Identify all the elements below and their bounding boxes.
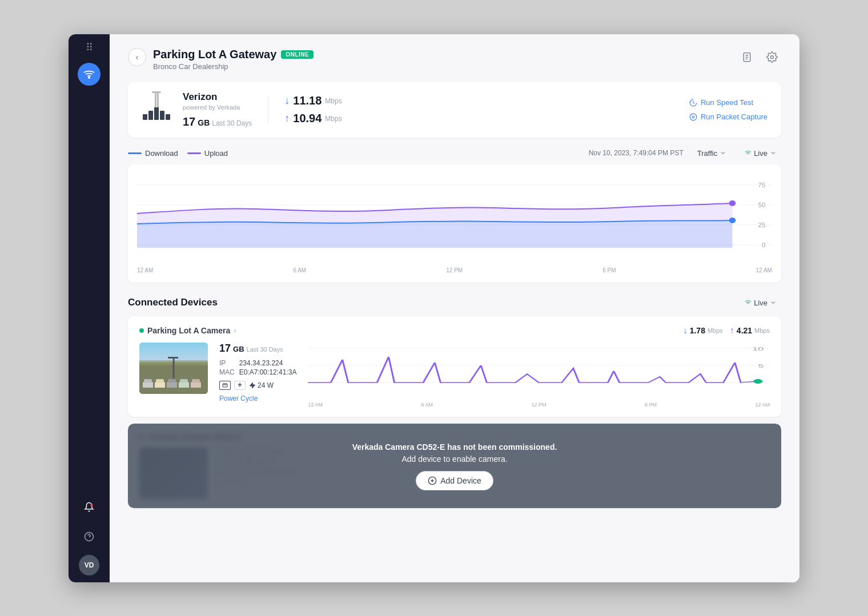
carrier-gb-v2: 17 bbox=[183, 115, 195, 128]
ethernet-icon bbox=[222, 383, 228, 388]
port-icon bbox=[219, 381, 231, 390]
svg-point-25 bbox=[690, 114, 697, 120]
svg-marker-41 bbox=[250, 383, 255, 388]
chart-controls: Nov 10, 2023, 7:49:04 PM PST Traffic Liv… bbox=[589, 147, 781, 160]
carrier-period-v2: Last 30 Days bbox=[212, 119, 252, 127]
add-device-label: Add Device bbox=[440, 476, 481, 485]
svg-rect-17 bbox=[155, 91, 156, 110]
svg-rect-22 bbox=[154, 107, 159, 120]
download-legend-label: Download bbox=[145, 149, 178, 158]
wifi-icon-2 bbox=[745, 299, 752, 306]
legend: Download Upload bbox=[128, 149, 228, 158]
main-content: ‹ Parking Lot A Gateway ONLINE Bronco Ca… bbox=[110, 34, 799, 582]
device-chart-x-labels: 12 AM 6 AM 12 PM 6 PM 12 AM bbox=[308, 402, 770, 408]
live-dropdown[interactable]: Live bbox=[740, 147, 781, 160]
device-status-dot bbox=[139, 328, 144, 333]
carrier-info: Verizon powered by Verkada 17 GB Last 30… bbox=[183, 91, 252, 128]
device-info: 17 GB Last 30 Days IP 234.34.23.224 MAC … bbox=[219, 343, 296, 408]
device-name[interactable]: Parking Lot A Camera bbox=[147, 326, 230, 335]
dl-value: 11.18 bbox=[293, 94, 322, 107]
back-button[interactable]: ‹ bbox=[128, 48, 146, 66]
gateway-title: Parking Lot A Gateway ONLINE bbox=[153, 48, 314, 61]
device-dl-value: 1.78 bbox=[690, 326, 705, 335]
device-download-speed: ↓ 1.78 Mbps bbox=[683, 325, 723, 336]
connected-devices-header: Connected Devices Live bbox=[128, 296, 781, 309]
carrier-card-v2: Verizon powered by Verkada 17 GB Last 30… bbox=[128, 82, 781, 138]
chevron-down-icon bbox=[720, 150, 726, 156]
online-badge: ONLINE bbox=[281, 50, 314, 59]
device-thumbnail bbox=[139, 343, 208, 394]
chevron-down-icon-3 bbox=[770, 299, 777, 306]
sidebar-item-alerts[interactable] bbox=[78, 496, 101, 518]
page-header: ‹ Parking Lot A Gateway ONLINE Bronco Ca… bbox=[128, 48, 781, 71]
lightning-icon bbox=[249, 382, 256, 389]
power-info: 24 W bbox=[249, 381, 274, 389]
device-period: Last 30 Days bbox=[247, 346, 283, 353]
svg-text:5: 5 bbox=[758, 363, 764, 368]
speeds-v2: ↓ 11.18 Mbps ↑ 10.94 Mbps bbox=[284, 94, 341, 125]
parking-scene bbox=[139, 343, 208, 394]
svg-point-47 bbox=[754, 379, 763, 384]
device-data-usage: 17 GB Last 30 Days bbox=[219, 343, 296, 355]
timestamp: Nov 10, 2023, 7:49:04 PM PST bbox=[589, 149, 684, 157]
device-mac: E0:A7:00:12:41:3A bbox=[239, 368, 297, 376]
svg-point-26 bbox=[692, 116, 694, 118]
commission-prompt: Add device to enable camera. bbox=[401, 454, 507, 464]
svg-point-35 bbox=[729, 200, 736, 206]
device-name-row: Parking Lot A Camera › bbox=[139, 326, 236, 335]
gateway-info: Parking Lot A Gateway ONLINE Bronco Car … bbox=[153, 48, 314, 71]
device-card-unregistered: Verkada Camera CD52-E 30 GB Last 30 Days… bbox=[128, 424, 781, 508]
device-gb: 17 bbox=[219, 343, 231, 355]
logs-button[interactable] bbox=[738, 48, 756, 66]
legend-upload: Upload bbox=[187, 149, 228, 158]
speed-test-button[interactable]: Run Speed Test bbox=[689, 98, 767, 107]
upload-arrow-icon bbox=[237, 383, 243, 388]
speed-test-icon-v2 bbox=[689, 99, 697, 107]
device-chevron-icon: › bbox=[234, 327, 236, 335]
main-chart-container: 75 50 25 0 12 AM 6 AM 12 PM 6 PM 1 bbox=[128, 164, 781, 283]
ul-unit: Mbps bbox=[325, 115, 341, 123]
device-card-parking-lot-a: Parking Lot A Camera › ↓ 1.78 Mbps ↑ 4.2… bbox=[128, 316, 781, 417]
add-device-button[interactable]: Add Device bbox=[416, 471, 493, 490]
dl-unit: Mbps bbox=[325, 97, 341, 105]
device-dl-unit: Mbps bbox=[708, 327, 723, 334]
commission-message: Verkada Camera CD52-E has not been commi… bbox=[352, 441, 557, 465]
action-links: Run Speed Test Run Packet Capture bbox=[689, 98, 767, 121]
carrier-powered-v2: powered by Verkada bbox=[183, 104, 252, 111]
sidebar-item-help[interactable] bbox=[78, 525, 101, 548]
sidebar-item-network[interactable] bbox=[78, 63, 101, 86]
devices-live-dropdown[interactable]: Live bbox=[740, 296, 781, 309]
settings-button[interactable] bbox=[763, 48, 781, 66]
traffic-dropdown[interactable]: Traffic bbox=[693, 147, 731, 160]
power-cycle-link[interactable]: Power Cycle bbox=[219, 394, 296, 402]
device-ip: 234.34.23.224 bbox=[239, 359, 297, 367]
svg-text:25: 25 bbox=[758, 222, 766, 228]
upload-row-v2: ↑ 10.94 Mbps bbox=[284, 112, 341, 125]
device-upload-speed: ↑ 4.21 Mbps bbox=[730, 325, 770, 336]
svg-text:0: 0 bbox=[762, 241, 765, 248]
gateway-name: Parking Lot A Gateway bbox=[153, 48, 276, 61]
header-actions bbox=[738, 48, 781, 66]
svg-point-1 bbox=[90, 504, 93, 506]
ul-value: 10.94 bbox=[293, 112, 322, 125]
download-legend-line bbox=[128, 152, 142, 154]
packet-capture-button[interactable]: Run Packet Capture bbox=[689, 112, 767, 121]
carrier-name-v2: Verizon bbox=[183, 91, 252, 103]
main-chart-x-labels: 12 AM 6 AM 12 PM 6 PM 12 AM bbox=[137, 267, 772, 273]
avatar[interactable]: VD bbox=[79, 555, 99, 575]
wifi-icon bbox=[745, 150, 752, 156]
sidebar-bottom: VD bbox=[78, 496, 101, 575]
svg-point-0 bbox=[89, 77, 90, 78]
svg-point-8 bbox=[771, 55, 774, 58]
svg-text:75: 75 bbox=[758, 182, 766, 188]
legend-download: Download bbox=[128, 149, 178, 158]
commission-device-name: Verkada Camera CD52-E has not been commi… bbox=[352, 442, 557, 452]
device-card-header: Parking Lot A Camera › ↓ 1.78 Mbps ↑ 4.2… bbox=[139, 325, 770, 336]
device-chart-area: 10 5 12 AM 6 AM 12 PM 6 PM 12 AM bbox=[308, 343, 770, 408]
add-device-icon bbox=[428, 476, 437, 485]
port-row: 24 W bbox=[219, 381, 296, 390]
grid-dots-icon[interactable]: ⠿ bbox=[86, 41, 93, 54]
device-ul-unit: Mbps bbox=[754, 327, 770, 334]
svg-rect-18 bbox=[157, 91, 159, 110]
gateway-subtitle: Bronco Car Dealership bbox=[153, 62, 314, 71]
